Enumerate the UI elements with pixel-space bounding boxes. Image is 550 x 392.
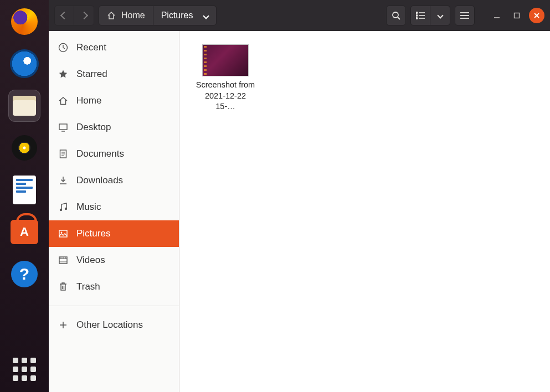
- breadcrumb: Home Pictures: [99, 6, 217, 25]
- dock-app-thunderbird[interactable]: [8, 48, 40, 80]
- file-view[interactable]: Screenshot from 2021-12-22 15-…: [179, 31, 550, 392]
- pictures-icon: [58, 229, 69, 239]
- svg-point-5: [416, 12, 418, 14]
- maximize-button[interactable]: [509, 8, 525, 23]
- dock-app-software[interactable]: [8, 216, 40, 248]
- places-sidebar: Recent Starred Home Desktop Documents Do: [49, 31, 179, 392]
- svg-rect-16: [59, 124, 67, 130]
- sidebar-item-label: Trash: [76, 281, 100, 292]
- dock-app-rhythmbox[interactable]: [8, 132, 40, 164]
- sidebar-item-starred[interactable]: Starred: [49, 61, 179, 87]
- sidebar-item-home[interactable]: Home: [49, 87, 179, 114]
- sidebar-item-label: Music: [76, 202, 101, 213]
- list-icon: [416, 12, 425, 19]
- svg-rect-24: [59, 230, 67, 237]
- close-button[interactable]: [529, 8, 544, 23]
- breadcrumb-current[interactable]: Pictures: [153, 6, 217, 25]
- show-applications-button[interactable]: [13, 358, 36, 381]
- home-icon: [107, 11, 116, 20]
- music-icon: [58, 202, 69, 212]
- nav-buttons: [54, 6, 94, 25]
- sidebar-item-pictures[interactable]: Pictures: [49, 220, 179, 247]
- documents-icon: [58, 149, 69, 159]
- firefox-icon: [11, 8, 38, 35]
- sidebar-item-downloads[interactable]: Downloads: [49, 167, 179, 194]
- svg-point-25: [61, 232, 63, 234]
- sidebar-item-label: Desktop: [76, 122, 111, 133]
- dock-app-writer[interactable]: [8, 174, 40, 206]
- headerbar: Home Pictures: [49, 0, 550, 31]
- thunderbird-icon: [10, 49, 39, 78]
- svg-point-7: [416, 18, 418, 19]
- folder-icon: [13, 96, 36, 116]
- sidebar-item-label: Videos: [76, 255, 105, 266]
- chevron-down-icon: [204, 11, 208, 20]
- breadcrumb-home-label: Home: [121, 11, 145, 20]
- svg-line-1: [398, 17, 400, 19]
- minimize-button[interactable]: [489, 8, 505, 23]
- svg-point-23: [65, 208, 67, 210]
- trash-icon: [58, 282, 69, 292]
- svg-point-6: [416, 15, 418, 17]
- document-icon: [13, 176, 36, 204]
- sidebar-item-other-locations[interactable]: Other Locations: [49, 312, 179, 338]
- forward-button[interactable]: [74, 6, 94, 25]
- sidebar-item-recent[interactable]: Recent: [49, 34, 179, 61]
- shopping-bag-icon: [11, 220, 38, 244]
- svg-point-0: [393, 12, 398, 18]
- svg-rect-12: [515, 13, 520, 18]
- videos-icon: [58, 255, 69, 265]
- downloads-icon: [58, 176, 69, 185]
- file-name: Screenshot from 2021-12-22 15-…: [195, 80, 256, 112]
- sidebar-item-label: Recent: [76, 42, 106, 53]
- sidebar-separator: [49, 306, 179, 306]
- sidebar-item-label: Home: [76, 95, 101, 106]
- hamburger-icon: [460, 12, 469, 19]
- sidebar-item-label: Other Locations: [76, 319, 143, 331]
- files-window: Home Pictures: [49, 0, 550, 392]
- maximize-icon: [513, 12, 520, 19]
- close-icon: [533, 12, 540, 19]
- sidebar-item-desktop[interactable]: Desktop: [49, 114, 179, 141]
- sidebar-item-label: Pictures: [76, 228, 110, 239]
- dock-app-help[interactable]: ?: [8, 258, 40, 290]
- search-icon: [392, 11, 400, 20]
- sidebar-item-label: Downloads: [76, 175, 123, 186]
- star-icon: [58, 69, 69, 79]
- clock-icon: [58, 43, 69, 53]
- back-button[interactable]: [54, 6, 74, 25]
- file-thumbnail: [202, 44, 249, 76]
- sidebar-item-documents[interactable]: Documents: [49, 141, 179, 167]
- sidebar-item-label: Documents: [76, 148, 124, 159]
- plus-icon: [58, 321, 69, 329]
- sidebar-item-trash[interactable]: Trash: [49, 274, 179, 300]
- sidebar-item-label: Starred: [76, 69, 107, 80]
- breadcrumb-home[interactable]: Home: [99, 6, 153, 25]
- file-item[interactable]: Screenshot from 2021-12-22 15-…: [195, 44, 256, 112]
- view-options-button[interactable]: [430, 6, 450, 25]
- dock-app-files[interactable]: [8, 90, 40, 122]
- dock-app-firefox[interactable]: [8, 6, 40, 38]
- hamburger-menu-button[interactable]: [455, 6, 475, 25]
- dock: ?: [0, 0, 49, 392]
- svg-point-22: [60, 209, 62, 211]
- question-icon: ?: [11, 261, 38, 287]
- sidebar-item-music[interactable]: Music: [49, 194, 179, 220]
- view-mode-buttons: [410, 6, 450, 25]
- list-view-button[interactable]: [410, 6, 430, 25]
- minimize-icon: [494, 12, 500, 19]
- search-button[interactable]: [386, 6, 406, 25]
- speaker-icon: [12, 135, 37, 161]
- desktop-icon: [58, 122, 69, 132]
- home-icon: [58, 96, 69, 106]
- breadcrumb-current-label: Pictures: [161, 11, 193, 20]
- sidebar-item-videos[interactable]: Videos: [49, 247, 179, 274]
